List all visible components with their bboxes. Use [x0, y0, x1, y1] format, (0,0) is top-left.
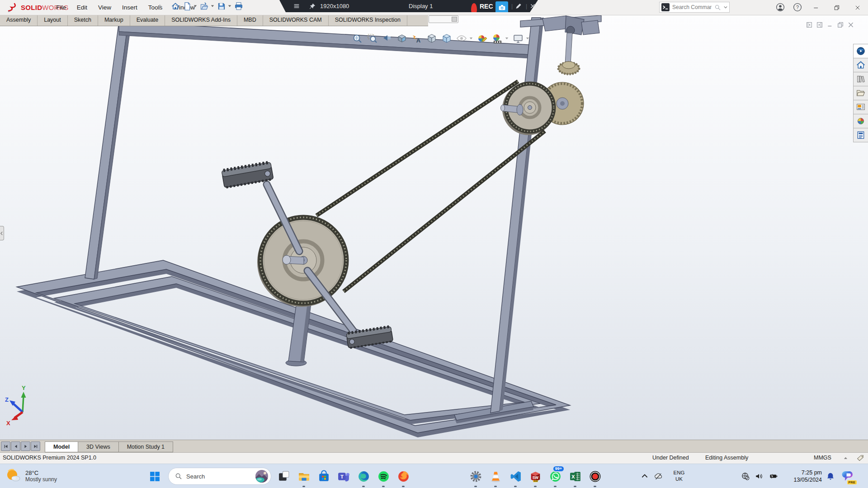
units-selector[interactable]: MMGS — [814, 455, 831, 461]
taskbar-search[interactable]: Search — [168, 468, 271, 485]
frame-right-post[interactable] — [491, 18, 544, 413]
copilot-tray[interactable]: PRE — [840, 464, 856, 488]
task-pane-sw-home[interactable] — [853, 58, 868, 72]
feature-tree-flyout-tab[interactable] — [0, 226, 4, 240]
language-indicator[interactable]: ENGUK — [669, 464, 689, 488]
nav-first-button[interactable] — [1, 441, 10, 451]
task-pane-custom-properties[interactable] — [853, 128, 868, 142]
ribbon-tab-mbd[interactable]: MBD — [237, 15, 263, 26]
view-orientation-icon[interactable] — [426, 33, 437, 44]
units-caret-icon[interactable] — [844, 456, 848, 460]
chevron-up-tray[interactable] — [640, 464, 649, 488]
tag-icon[interactable] — [856, 454, 864, 462]
globe-slash-tray[interactable] — [741, 464, 750, 488]
ribbon-tab-markup[interactable]: Markup — [98, 15, 130, 26]
ribbon-tab-solidworks-cam[interactable]: SOLIDWORKS CAM — [263, 15, 329, 26]
overlay-pin-icon[interactable] — [309, 0, 316, 12]
assembly-model[interactable]: Y Z X — [0, 15, 868, 440]
home-sw-icon[interactable] — [171, 2, 180, 11]
help-icon[interactable]: ? — [793, 3, 802, 12]
restore-doc-icon[interactable] — [837, 21, 844, 28]
app-solidworks-app[interactable]: SW2024 — [525, 464, 545, 488]
app-spotify[interactable] — [373, 464, 393, 488]
graphics-area[interactable]: Y Z X A — [0, 15, 868, 440]
caret-down-icon[interactable] — [193, 5, 197, 8]
frame-left-post[interactable] — [85, 22, 131, 279]
app-file-explorer[interactable] — [294, 464, 314, 488]
cloud-slash-tray[interactable] — [653, 464, 664, 488]
caret-down-icon[interactable] — [469, 38, 473, 40]
command-search[interactable]: Search Commands — [659, 2, 730, 13]
overlay-close-icon[interactable] — [530, 0, 536, 12]
task-pane-appearances[interactable] — [853, 114, 868, 128]
app-excel[interactable]: X — [565, 464, 585, 488]
ribbon-tab-assembly[interactable]: Assembly — [0, 15, 38, 26]
ribbon-tab-evaluate[interactable]: Evaluate — [130, 15, 165, 26]
app-recorder[interactable] — [585, 464, 605, 488]
display-style-icon[interactable] — [441, 33, 452, 44]
task-pane-view-palette[interactable] — [853, 100, 868, 114]
ribbon-tab-sketch[interactable]: Sketch — [68, 15, 98, 26]
minimize-button[interactable] — [806, 0, 826, 15]
speaker-tray[interactable] — [754, 464, 764, 488]
ribbon-tab-layout[interactable]: Layout — [38, 15, 68, 26]
pin-menubar-icon[interactable] — [156, 4, 163, 11]
app-whatsapp[interactable]: 99+ — [545, 464, 565, 488]
user-account-icon[interactable] — [776, 3, 785, 12]
doc-tab-3d-views[interactable]: 3D Views — [78, 441, 119, 452]
clock-widget[interactable]: 7:25 pm13/05/2024 — [783, 464, 822, 488]
section-view-icon[interactable] — [396, 33, 407, 44]
annotations-icon[interactable]: A — [411, 33, 422, 44]
start-button[interactable] — [149, 471, 160, 482]
edit-appearance-icon[interactable] — [477, 33, 488, 44]
open-icon[interactable] — [200, 2, 209, 11]
nav-prev-button[interactable] — [11, 441, 20, 451]
view-settings-icon[interactable] — [513, 33, 524, 44]
print-icon[interactable] — [234, 2, 243, 11]
apply-scene-icon[interactable] — [492, 33, 503, 44]
app-vlc[interactable] — [486, 464, 505, 488]
doc-tab-motion-study-1[interactable]: Motion Study 1 — [119, 441, 173, 452]
close-doc-icon[interactable] — [847, 21, 854, 28]
app-edge[interactable] — [354, 464, 373, 488]
prev-window-icon[interactable] — [806, 21, 813, 28]
app-task-view[interactable] — [274, 464, 294, 488]
bell-tray[interactable] — [826, 464, 835, 488]
app-ms-store[interactable] — [314, 464, 334, 488]
search-caret-icon[interactable] — [724, 6, 727, 9]
task-pane-file-explorer-pane[interactable] — [853, 86, 868, 100]
app-vscode[interactable] — [505, 464, 525, 488]
close-button[interactable] — [847, 0, 868, 15]
hide-show-icon[interactable] — [456, 33, 467, 44]
rear-sprocket[interactable] — [501, 83, 555, 135]
next-window-icon[interactable] — [816, 21, 823, 28]
search-icon[interactable] — [714, 4, 721, 11]
menu-edit[interactable]: Edit — [71, 0, 93, 15]
task-pane-threedexperience[interactable] — [853, 44, 868, 58]
app-teams[interactable]: T — [334, 464, 354, 488]
doc-tab-model[interactable]: Model — [45, 441, 78, 452]
caret-down-icon[interactable] — [526, 38, 529, 40]
weather-widget[interactable]: 28°C Mostly sunny — [5, 467, 57, 484]
camera-button[interactable] — [495, 1, 508, 14]
menu-view[interactable]: View — [93, 0, 117, 15]
zoom-area-icon[interactable] — [367, 33, 377, 44]
bing-daily-image[interactable] — [255, 469, 269, 483]
menu-file[interactable]: File — [51, 0, 71, 15]
caret-down-icon[interactable] — [228, 5, 231, 8]
caret-down-icon[interactable] — [505, 38, 509, 40]
app-firefox[interactable] — [393, 464, 413, 488]
save-icon[interactable] — [217, 2, 226, 11]
previous-view-icon[interactable] — [382, 33, 392, 44]
ribbon-tab-solidworks-inspection[interactable]: SOLIDWORKS Inspection — [329, 15, 407, 26]
bevel-gear[interactable] — [558, 61, 579, 74]
app-settings-gear[interactable] — [466, 464, 486, 488]
caret-down-icon[interactable] — [211, 5, 214, 8]
nav-last-button[interactable] — [31, 441, 40, 451]
hamburger-menu-icon[interactable] — [293, 0, 300, 12]
menu-insert[interactable]: Insert — [117, 0, 143, 15]
ribbon-overflow-panel[interactable] — [429, 15, 458, 23]
new-document-icon[interactable] — [183, 2, 192, 11]
zoom-fit-icon[interactable] — [352, 33, 363, 44]
task-pane-design-library[interactable] — [853, 72, 868, 86]
